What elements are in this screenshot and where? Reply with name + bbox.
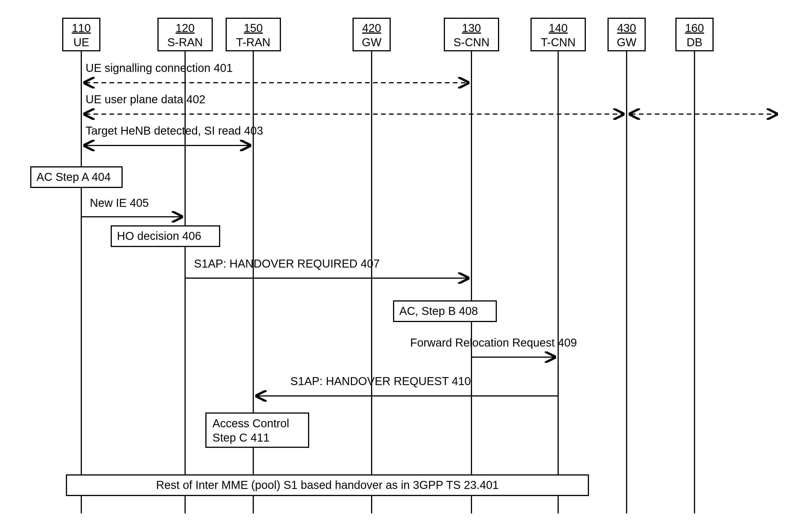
actor-scnn: 130 S-CNN — [444, 18, 498, 513]
actor-scnn-lbl: S-CNN — [453, 36, 490, 48]
msg-408-label: AC, Step B 408 — [399, 305, 478, 317]
msg-406-label: HO decision 406 — [117, 230, 201, 242]
actor-db-num: 160 — [685, 22, 704, 34]
msg-407-label: S1AP: HANDOVER REQUIRED 407 — [194, 257, 380, 270]
msg-402-label: UE user plane data 402 — [86, 93, 205, 105]
msg-401-label: UE signalling connection 401 — [86, 62, 233, 74]
actor-gw1-num: 420 — [362, 22, 381, 34]
msg-405-label: New IE 405 — [90, 197, 149, 209]
msg-410-label: S1AP: HANDOVER REQUEST 410 — [290, 375, 471, 387]
msg-404-label: AC Step A 404 — [37, 171, 111, 183]
msg-411-label-b: Step C 411 — [213, 431, 270, 444]
actor-tcnn: 140 T-CNN — [531, 18, 585, 513]
actor-db: 160 DB — [676, 18, 713, 513]
actor-db-lbl: DB — [686, 36, 702, 48]
actor-gw2-lbl: GW — [617, 36, 637, 48]
actor-tcnn-num: 140 — [549, 22, 568, 34]
footer-label: Rest of Inter MME (pool) S1 based handov… — [156, 479, 498, 491]
sequence-diagram: 110 UE 120 S-RAN 150 T-RAN 420 GW 130 S-… — [0, 0, 812, 528]
actor-gw2: 430 GW — [608, 18, 645, 513]
actor-ue-lbl: UE — [73, 36, 89, 48]
actor-gw1-lbl: GW — [362, 36, 382, 48]
actor-gw2-num: 430 — [617, 22, 636, 34]
actor-ue-num: 110 — [72, 22, 91, 34]
actor-scnn-num: 130 — [462, 22, 481, 34]
actor-sran-num: 120 — [176, 22, 195, 34]
actor-tcnn-lbl: T-CNN — [541, 36, 576, 48]
actor-tran-num: 150 — [244, 22, 263, 34]
actor-tran-lbl: T-RAN — [236, 36, 270, 48]
msg-403-label: Target HeNB detected, SI read 403 — [86, 124, 263, 137]
msg-409-label: Forward Relocation Request 409 — [410, 336, 577, 349]
actor-ue: 110 UE — [63, 18, 100, 513]
actor-sran-lbl: S-RAN — [168, 36, 203, 48]
msg-411-label-a: Access Control — [213, 417, 289, 430]
